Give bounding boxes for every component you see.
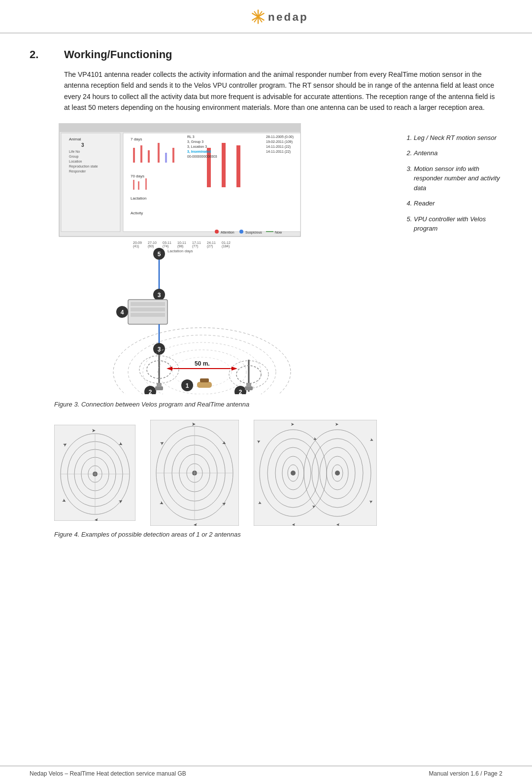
figure4-double-antenna-svg: ➤ ➤ ➤ ➤ ➤ ➤ ➤ ➤ ➤ ➤ xyxy=(254,420,377,526)
svg-text:➤: ➤ xyxy=(194,522,198,526)
svg-text:Suspicious: Suspicious xyxy=(245,231,262,235)
page-header: nedap xyxy=(0,0,532,34)
figure3-area: Animal 3 Life No Group Location Reproduc… xyxy=(54,123,502,396)
svg-text:(60): (60) xyxy=(148,244,154,248)
section-number: 2. xyxy=(30,48,49,61)
svg-text:01-12: 01-12 xyxy=(222,241,231,244)
svg-rect-25 xyxy=(133,180,134,190)
svg-rect-19 xyxy=(140,145,142,163)
legend-item-3: Motion sensor info with responder number… xyxy=(414,164,502,193)
diagram-svg: Animal 3 Life No Group Location Reproduc… xyxy=(54,123,310,394)
svg-rect-70 xyxy=(131,307,165,311)
svg-marker-85 xyxy=(232,367,237,371)
figure4-caption: Figure 4. Examples of possible detection… xyxy=(54,531,502,538)
legend-item-1: Leg / Neck RT motion sensor xyxy=(414,133,502,143)
svg-rect-21 xyxy=(158,143,160,163)
svg-text:➤: ➤ xyxy=(335,422,339,427)
svg-text:14-11-2011 (22): 14-11-2011 (22) xyxy=(266,145,291,149)
svg-rect-27 xyxy=(145,178,147,190)
svg-text:➤: ➤ xyxy=(291,422,295,427)
svg-text:➤: ➤ xyxy=(336,522,340,526)
svg-text:7 days: 7 days xyxy=(131,137,142,141)
svg-rect-18 xyxy=(133,148,135,163)
svg-point-33 xyxy=(215,230,219,234)
svg-text:Attention: Attention xyxy=(221,231,234,234)
svg-text:Lactation days: Lactation days xyxy=(167,249,193,253)
svg-text:1: 1 xyxy=(186,382,189,389)
svg-rect-31 xyxy=(222,143,226,187)
svg-rect-69 xyxy=(131,302,165,306)
svg-point-146 xyxy=(335,471,340,475)
figure4-single-antenna2-svg: ➤ ➤ ➤ ➤ ➤ ➤ xyxy=(150,420,239,526)
svg-rect-93 xyxy=(200,378,209,382)
legend-list: Leg / Neck RT motion sensor Antenna Moti… xyxy=(404,123,502,396)
main-content: 2. Working/Functioning The VP4101 antenn… xyxy=(0,34,532,560)
svg-point-140 xyxy=(291,471,296,475)
svg-text:Now: Now xyxy=(275,231,282,234)
svg-rect-22 xyxy=(165,153,167,163)
svg-marker-84 xyxy=(166,367,172,371)
svg-text:5: 5 xyxy=(158,251,161,258)
legend-ordered-list: Leg / Neck RT motion sensor Antenna Moti… xyxy=(404,133,502,234)
page-footer: Nedap Velos – RealTime Heat detection se… xyxy=(0,766,532,781)
svg-text:RL 3: RL 3 xyxy=(187,135,195,138)
svg-text:(27): (27) xyxy=(207,244,213,248)
svg-text:03-11: 03-11 xyxy=(163,241,171,244)
svg-rect-20 xyxy=(148,150,150,163)
svg-text:27-10: 27-10 xyxy=(148,241,157,244)
svg-text:Activity: Activity xyxy=(131,211,143,215)
svg-text:50 m.: 50 m. xyxy=(195,360,210,367)
svg-text:3: 3 xyxy=(158,292,161,299)
svg-text:Animal: Animal xyxy=(69,137,81,141)
svg-rect-23 xyxy=(172,148,174,163)
svg-text:➤: ➤ xyxy=(292,522,296,526)
svg-text:10-11: 10-11 xyxy=(177,241,186,244)
figure4-area: ➤ ➤ ➤ ➤ ➤ ➤ ➤ ➤ ➤ ➤ ➤ ➤ xyxy=(54,420,502,526)
svg-rect-32 xyxy=(236,145,240,187)
svg-rect-8 xyxy=(61,133,120,232)
diagram-container: Animal 3 Life No Group Location Reproduc… xyxy=(54,123,394,396)
svg-rect-102 xyxy=(245,386,253,390)
svg-rect-134 xyxy=(254,420,377,526)
svg-text:nedap: nedap xyxy=(268,11,308,23)
logo-container: nedap xyxy=(0,5,532,29)
svg-text:70 days: 70 days xyxy=(131,174,144,178)
svg-text:(98): (98) xyxy=(177,244,183,248)
svg-rect-71 xyxy=(131,313,165,317)
svg-text:20-09: 20-09 xyxy=(133,241,142,244)
svg-rect-30 xyxy=(207,148,211,187)
svg-text:3, Inseminated: 3, Inseminated xyxy=(187,150,211,154)
svg-rect-92 xyxy=(197,382,212,388)
legend-item-5: VPU controller with Velos program xyxy=(414,214,502,234)
svg-rect-101 xyxy=(157,383,162,387)
svg-rect-7 xyxy=(59,123,300,132)
footer-left: Nedap Velos – RealTime Heat detection se… xyxy=(30,770,186,777)
svg-rect-26 xyxy=(138,181,139,190)
nedap-logo: nedap xyxy=(207,5,325,29)
svg-text:➤: ➤ xyxy=(192,421,196,427)
svg-text:(41): (41) xyxy=(133,244,139,248)
svg-text:3, Location 3: 3, Location 3 xyxy=(187,145,207,148)
svg-rect-100 xyxy=(155,386,163,390)
svg-text:Lactation: Lactation xyxy=(131,196,146,201)
svg-text:4: 4 xyxy=(121,309,124,316)
svg-text:Reproduction state: Reproduction state xyxy=(69,165,98,169)
svg-text:19-02-2011 (109): 19-02-2011 (109) xyxy=(266,140,293,144)
svg-text:(77): (77) xyxy=(192,244,198,248)
svg-text:28-11-2005 (0.00): 28-11-2005 (0.00) xyxy=(266,135,294,139)
svg-text:24-11: 24-11 xyxy=(207,241,216,244)
legend-item-4: Reader xyxy=(414,199,502,208)
figure4-single-antenna-svg: ➤ ➤ ➤ ➤ ➤ ➤ xyxy=(54,425,135,521)
svg-text:➤: ➤ xyxy=(95,517,99,521)
svg-text:17-11: 17-11 xyxy=(192,241,201,244)
svg-point-35 xyxy=(239,230,243,234)
svg-text:(74): (74) xyxy=(163,244,168,248)
svg-text:Responder: Responder xyxy=(69,170,86,173)
svg-text:2: 2 xyxy=(149,389,152,394)
svg-text:3: 3 xyxy=(81,142,84,148)
svg-text:(184): (184) xyxy=(222,244,230,248)
section-heading: 2. Working/Functioning xyxy=(30,48,502,61)
svg-text:Group: Group xyxy=(69,155,79,159)
svg-text:➤: ➤ xyxy=(92,428,96,433)
svg-text:Location: Location xyxy=(69,160,82,163)
